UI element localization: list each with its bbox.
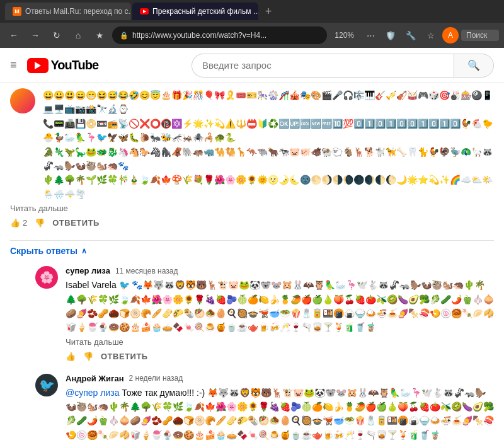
toggle-replies-button[interactable]: Скрыть ответы ∧ xyxy=(0,241,504,261)
reply1-reply-button[interactable]: ОТВЕТИТЬ xyxy=(101,352,148,361)
reply1-dislike-button[interactable]: 👎 xyxy=(83,352,93,361)
zoom-level: 120% xyxy=(331,31,358,40)
browser-chrome: M Ответы Mail.Ru: переход по с... ✕ ▶ Пр… xyxy=(0,0,504,48)
reply1-author: супер лиза xyxy=(66,266,110,275)
top-comment-row: 😀😀😃😄😁😆😅😂🤣😊😇🎂🎁🎉🎊🎈🎀🎗️🎟️🎫🎠🎡🎢🎪🎭🎨🎬🎤🎧🎼🎹🎸🎺🎻🥁🎮🎲🎯… xyxy=(10,88,494,201)
back-button[interactable]: ← xyxy=(5,26,23,44)
like-button[interactable]: 👍 2 xyxy=(10,218,27,228)
youtube-logo[interactable]: YouTube xyxy=(27,58,99,73)
reply2-time: 2 недели назад xyxy=(129,374,183,383)
reply2-mention[interactable]: @супер лиза xyxy=(66,388,119,398)
star-icon[interactable]: ☆ xyxy=(422,26,440,44)
reply1-like-button[interactable]: 👍 xyxy=(66,352,76,361)
reply1-thumbs-up-icon: 👍 xyxy=(66,352,76,361)
youtube-header: ≡ YouTube 🔍 xyxy=(0,48,504,83)
reply1-avatar: 🌸 xyxy=(35,266,58,289)
top-commenter-avatar xyxy=(10,88,35,113)
youtube-logo-icon xyxy=(27,58,49,73)
thumbs-down-icon: 👎 xyxy=(35,218,45,228)
reply2-text-after-mention: Тоже так думаю!!! :-) 🦊🐺🦝🦁🐯🐻🦌🐮🐷🐸🐼🐨🐭🐹🐰🦇🦉🦜… xyxy=(66,388,494,440)
comment-emoji-line4: 🌵🌲🌳🌴🌱🌿🍀🎋🎍🍃🍂🍁🍄🌾💐🌹🌺🌸🌼🌻🌞🌝🌛🌜🌚🌕🌖🌗🌘🌑🌒🌓🌔🌙🌟⭐💫✨🌈☁… xyxy=(43,173,494,201)
reply2-avatar: 🐦 xyxy=(35,374,58,396)
top-comment: 😀😀😃😄😁😆😅😂🤣😊😇🎂🎁🎉🎊🎈🎀🎗️🎟️🎫🎠🎡🎢🎪🎭🎨🎬🎤🎧🎼🎹🎸🎺🎻🥁🎮🎲🎯… xyxy=(0,83,504,240)
reply-button[interactable]: ОТВЕТИТЬ xyxy=(52,218,100,228)
tab-2[interactable]: ▶ Прекрасный детский фильм ... ✕ xyxy=(132,3,258,20)
bookmark-button[interactable]: ★ xyxy=(91,26,108,44)
new-tab-button[interactable]: + xyxy=(260,3,277,20)
reload-button[interactable]: ↻ xyxy=(48,26,66,44)
tab1-label: Ответы Mail.Ru: переход по с... xyxy=(25,7,131,16)
comment-emoji-line1: 😀😀😃😄😁😆😅😂🤣😊😇🎂🎁🎉🎊🎈🎀🎗️🎟️🎫🎠🎡🎢🎪🎭🎨🎬🎤🎧🎼🎹🎸🎺🎻🥁🎮🎲🎯… xyxy=(43,88,494,117)
reply1-thumbs-down-icon: 👎 xyxy=(83,352,93,361)
tab-1[interactable]: M Ответы Mail.Ru: переход по с... ✕ xyxy=(5,3,131,20)
youtube-logo-text: YouTube xyxy=(51,58,99,72)
puzzle-icon[interactable]: 🔧 xyxy=(402,26,420,44)
read-more-link[interactable]: Читать дальше xyxy=(10,204,494,213)
nav-bar: ← → ↻ ⌂ ★ 🔒 https://www.youtube.com/watc… xyxy=(0,23,504,48)
shield-icon: 🛡️ xyxy=(382,26,399,44)
reply1-content: супер лиза 11 месяцев назад Isabel Varel… xyxy=(66,266,494,369)
tab-bar: M Ответы Mail.Ru: переход по с... ✕ ▶ Пр… xyxy=(0,0,504,23)
reply2-author: Андрей Жиган xyxy=(66,374,124,383)
like-count: 2 xyxy=(23,218,27,228)
toggle-replies-label: Скрыть ответы xyxy=(10,246,77,256)
extensions-button[interactable]: ⋯ xyxy=(362,26,379,44)
reply1-time: 11 месяцев назад xyxy=(115,267,178,275)
tab1-favicon: M xyxy=(13,7,21,16)
reply1-text-prefix: Isabel Varela 🐦 xyxy=(66,280,130,290)
reply1-emojis: 🐾🦊🐺🦝🦁🐯🐻🦌🐮🐷🐸🐼🐨🐭🐹🐰🦇🦉🦜🦢🦩🕊️🐇🦝🦨🦡🦫🦦🦥🐿️🦔🌵🌴🌲🌳🌾🍀🌿… xyxy=(66,280,494,332)
menu-button[interactable]: ≡ xyxy=(10,59,17,72)
search-button[interactable]: 🔍 xyxy=(454,54,494,78)
nav-right-buttons: ⋯ 🛡️ 🔧 ☆ А Поиск xyxy=(362,26,499,44)
forward-button[interactable]: → xyxy=(26,26,44,44)
dislike-button[interactable]: 👎 xyxy=(35,218,45,228)
comment-emoji-line3: 🐊🦎🦖🦕🐸🐲🐉🦄🐴🐎🦓🦍🦧🐘🦛🦏🐪🐫🦒🦘🐃🐂🐄🐷🐖🐗🐏🐑🐐🦌🐕🐩🦮🦴🦷🐈🐓🦃🦤🦚… xyxy=(43,145,494,173)
comments-area: 😀😀😃😄😁😆😅😂🤣😊😇🎂🎁🎉🎊🎈🎀🎗️🎟️🎫🎠🎡🎢🎪🎭🎨🎬🎤🎧🎼🎹🎸🎺🎻🥁🎮🎲🎯… xyxy=(0,83,504,445)
reply1-text: Isabel Varela 🐦 🐾🦊🐺🦝🦁🐯🐻🦌🐮🐷🐸🐼🐨🐭🐹🐰🦇🦉🦜🦢🦩🕊️🐇… xyxy=(66,278,494,335)
top-comment-actions: 👍 2 👎 ОТВЕТИТЬ xyxy=(10,218,494,228)
address-bar[interactable]: 🔒 https://www.youtube.com/watch?v=H4... xyxy=(112,26,327,44)
find-box[interactable]: Поиск xyxy=(461,30,499,41)
search-bar: 🔍 xyxy=(192,54,494,78)
search-input[interactable] xyxy=(192,54,454,78)
reply1-actions: 👍 👎 ОТВЕТИТЬ xyxy=(66,352,494,361)
reply-comment-2: 🐦 Андрей Жиган 2 недели назад @супер лиз… xyxy=(35,369,504,445)
reply1-meta: супер лиза 11 месяцев назад xyxy=(66,266,494,275)
chevron-up-icon: ∧ xyxy=(81,246,87,255)
reply2-content: Андрей Жиган 2 недели назад @супер лиза … xyxy=(66,374,494,445)
replies-section: 🌸 супер лиза 11 месяцев назад Isabel Var… xyxy=(0,261,504,445)
tab2-label: Прекрасный детский фильм ... xyxy=(152,7,258,16)
thumbs-up-icon: 👍 xyxy=(10,218,20,228)
reply2-meta: Андрей Жиган 2 недели назад xyxy=(66,374,494,383)
home-button[interactable]: ⌂ xyxy=(69,26,87,44)
reply-comment-1: 🌸 супер лиза 11 месяцев назад Isabel Var… xyxy=(35,261,504,369)
reply2-text: @супер лиза Тоже так думаю!!! :-) 🦊🐺🦝🦁🐯🐻… xyxy=(66,386,494,442)
reply1-read-more[interactable]: Читать дальше xyxy=(66,337,494,347)
lock-icon: 🔒 xyxy=(120,32,129,40)
tab2-favicon: ▶ xyxy=(140,8,149,14)
address-text: https://www.youtube.com/watch?v=H4... xyxy=(132,31,266,40)
profile-icon[interactable]: А xyxy=(442,27,459,43)
comment-emoji-line2: 📞📟📠💾📀📼📻📡🚫❌⭕🔞🔯⚡🌟✨💫⚠️🔱📛🔰♻️🆗🆙🆒🆕🆓🔟💯0️⃣1️⃣0️⃣… xyxy=(43,117,494,145)
